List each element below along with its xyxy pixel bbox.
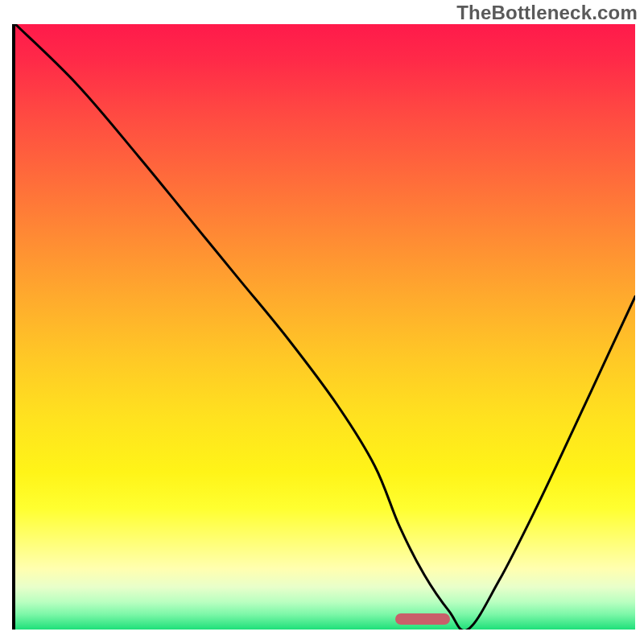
chart-container: TheBottleneck.com: [0, 0, 644, 644]
optimal-range-marker: [395, 613, 450, 625]
bottleneck-curve: [15, 24, 635, 630]
svg-rect-0: [15, 24, 635, 630]
background-gradient: [15, 24, 635, 630]
watermark-text: TheBottleneck.com: [456, 2, 638, 24]
plot-area: [12, 24, 632, 630]
